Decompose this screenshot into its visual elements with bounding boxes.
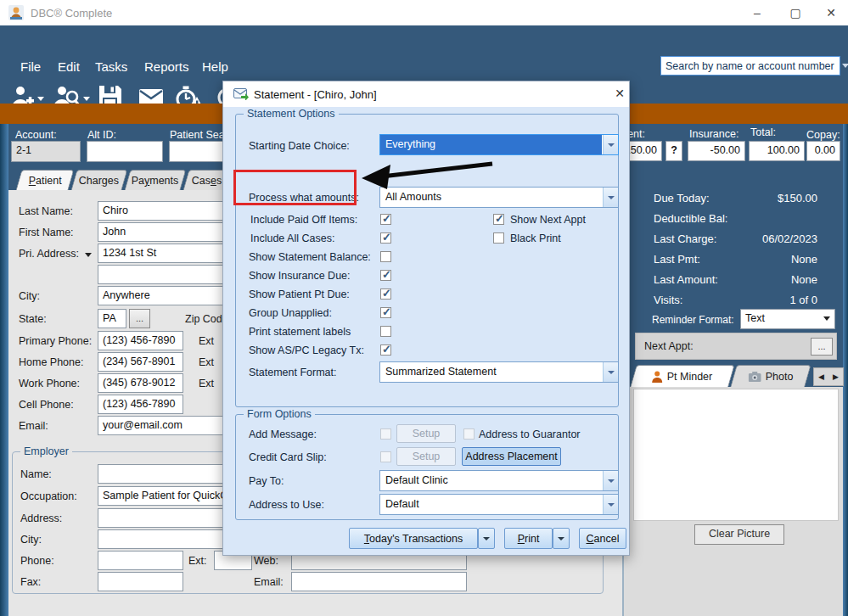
- employer-phone-label: Phone:: [20, 555, 54, 567]
- subtab-patient[interactable]: Patient: [16, 170, 75, 190]
- highlight-red-box: [233, 170, 357, 205]
- dialog-close-icon[interactable]: ✕: [612, 87, 627, 100]
- starting-date-label: Starting Date Choice:: [249, 140, 350, 152]
- statement-options-title: Statement Options: [244, 108, 339, 120]
- starting-date-combo[interactable]: Everything: [379, 134, 619, 155]
- close-button[interactable]: ✕: [814, 0, 848, 25]
- copay-label: Copay:: [806, 129, 840, 141]
- insurance-field: -50.00: [688, 141, 745, 161]
- next-appt-browse-button[interactable]: ...: [811, 338, 833, 356]
- statement-format-combo[interactable]: Summarized Statement: [379, 361, 619, 383]
- tab-photo[interactable]: Photo: [730, 365, 811, 387]
- primary-phone-field[interactable]: (123) 456-7890: [98, 331, 183, 350]
- menu-edit[interactable]: Edit: [58, 58, 80, 76]
- address-to-guarantor-label: Address to Guarantor: [479, 428, 581, 440]
- next-appt-bar: Next Appt: ...: [635, 333, 837, 360]
- pri-address-caret-icon[interactable]: [85, 253, 92, 257]
- pay-to-combo[interactable]: Default Clinic: [379, 470, 619, 491]
- add-message-setup-button[interactable]: Setup: [396, 424, 456, 443]
- tab-scroll-left-icon[interactable]: ◀: [818, 372, 824, 381]
- clear-picture-button[interactable]: Clear Picture: [694, 524, 784, 545]
- include-paid-off-checkbox[interactable]: [380, 214, 391, 225]
- last-pmt-value: None: [705, 253, 817, 266]
- minimize-button[interactable]: –: [740, 0, 774, 25]
- add-caret-icon[interactable]: [37, 97, 44, 101]
- photo-panel: Clear Picture: [624, 387, 843, 616]
- tab-scroll-buttons[interactable]: ◀ ▶: [813, 367, 844, 386]
- tab-scroll-right-icon[interactable]: ▶: [833, 372, 839, 381]
- window-title: DBC® Complete: [31, 7, 112, 20]
- include-all-cases-checkbox[interactable]: [380, 232, 391, 244]
- subtab-payments[interactable]: Payments: [125, 170, 187, 190]
- maximize-button[interactable]: ▢: [778, 0, 812, 25]
- total-label: Total:: [750, 126, 776, 138]
- group-unapplied-checkbox[interactable]: [380, 307, 391, 318]
- primary-phone-label: Primary Phone:: [19, 335, 92, 347]
- cell-phone-field[interactable]: (123) 456-7890: [98, 395, 183, 414]
- work-ext-label: Ext: [199, 378, 214, 389]
- help-button[interactable]: ?: [665, 141, 682, 161]
- pay-to-caret-icon[interactable]: [603, 471, 618, 490]
- show-patient-pt-due-checkbox[interactable]: [380, 288, 391, 300]
- print-button[interactable]: Print: [504, 528, 553, 549]
- app-window: DBC® Complete – ▢ ✕ File Edit Tasks Repo…: [0, 0, 848, 616]
- due-today-label: Due Today:: [654, 192, 710, 204]
- statement-format-caret-icon[interactable]: [603, 362, 618, 382]
- state-field[interactable]: PA: [98, 309, 126, 328]
- address-to-use-combo[interactable]: Default: [379, 494, 619, 515]
- fax-label: Fax:: [20, 576, 41, 588]
- credit-card-setup-button[interactable]: Setup: [396, 447, 456, 466]
- black-print-checkbox[interactable]: [493, 232, 504, 244]
- dialog-titlebar: Statement - [Chiro, John] ✕: [223, 81, 629, 107]
- address-placement-button[interactable]: Address Placement: [462, 447, 561, 466]
- credit-card-slip-checkbox[interactable]: [380, 451, 391, 462]
- reminder-format-label: Reminder Format:: [652, 314, 734, 326]
- search-input[interactable]: [660, 56, 840, 76]
- pt-minder-person-icon: [652, 371, 663, 383]
- app-logo-icon: [8, 5, 24, 20]
- search-dropdown-icon[interactable]: [842, 64, 848, 68]
- tab-pt-minder[interactable]: Pt Minder: [630, 365, 734, 387]
- todays-transactions-button[interactable]: Today's Transactions: [349, 528, 478, 549]
- print-caret-button[interactable]: [553, 528, 570, 549]
- starting-date-caret-icon[interactable]: [603, 135, 618, 154]
- show-next-appt-label: Show Next Appt: [510, 214, 586, 226]
- show-aspc-legacy-checkbox[interactable]: [380, 344, 391, 356]
- reminder-caret-icon: [823, 316, 830, 321]
- print-statement-labels-checkbox[interactable]: [380, 326, 391, 337]
- subtab-charges[interactable]: Charges: [71, 170, 128, 190]
- menu-reports[interactable]: Reports: [144, 58, 189, 76]
- deductible-label: Deductible Bal:: [654, 212, 727, 225]
- home-phone-label: Home Phone:: [19, 356, 83, 368]
- city-label: City:: [19, 290, 40, 302]
- last-amount-value: None: [705, 273, 817, 286]
- visits-value: 1 of 0: [705, 294, 817, 306]
- show-next-appt-checkbox[interactable]: [493, 214, 504, 225]
- alt-id-field[interactable]: [87, 141, 163, 162]
- menu-help[interactable]: Help: [202, 58, 228, 76]
- copay-field: 0.00: [806, 141, 840, 161]
- state-browse-button[interactable]: ...: [129, 309, 150, 328]
- process-amounts-caret-icon[interactable]: [603, 188, 618, 207]
- work-phone-field[interactable]: (345) 678-9012: [98, 373, 183, 393]
- cancel-button[interactable]: Cancel: [579, 528, 626, 549]
- show-insurance-due-checkbox[interactable]: [380, 270, 391, 281]
- show-patient-pt-due-label: Show Patient Pt Due:: [249, 288, 350, 300]
- form-options-title: Form Options: [244, 408, 315, 420]
- address-to-use-caret-icon[interactable]: [603, 495, 618, 514]
- menu-tasks[interactable]: Tasks: [95, 58, 127, 76]
- show-statement-balance-checkbox[interactable]: [380, 251, 391, 262]
- menu-file[interactable]: File: [20, 58, 41, 76]
- add-message-checkbox[interactable]: [380, 428, 391, 440]
- employer-phone-field[interactable]: [98, 551, 183, 570]
- include-paid-off-label: Include Paid Off Items:: [250, 214, 357, 226]
- home-phone-field[interactable]: (234) 567-8901: [98, 352, 183, 372]
- email-label: Email:: [19, 420, 48, 432]
- open-caret-icon[interactable]: [83, 97, 90, 101]
- fax-field[interactable]: [98, 572, 183, 591]
- todays-transactions-caret-button[interactable]: [478, 528, 495, 549]
- process-amounts-combo[interactable]: All Amounts: [379, 187, 619, 208]
- address-to-guarantor-checkbox[interactable]: [463, 428, 475, 440]
- reminder-format-select[interactable]: Text: [740, 309, 835, 329]
- employer-email-field[interactable]: [291, 572, 467, 591]
